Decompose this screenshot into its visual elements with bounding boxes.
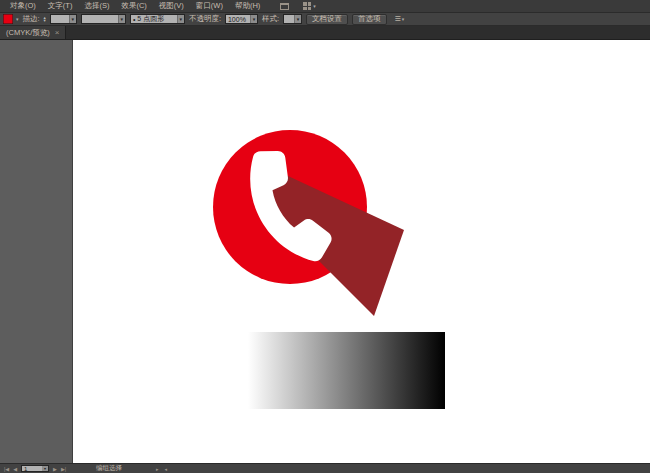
preferences-button[interactable]: 首选项 [352,14,387,25]
window-icon[interactable] [280,3,289,10]
artwork-svg [0,40,650,463]
pasteboard[interactable] [0,40,650,463]
stroke-weight-stepper[interactable]: ▴▾ [44,16,46,23]
prev-artboard-icon[interactable]: ◀ [11,466,19,472]
menu-window[interactable]: 窗口(W) [190,1,229,11]
style-dropdown[interactable]: ▾ [283,14,302,24]
document-tab[interactable]: (CMYK/预览) × [0,26,66,39]
panel-menu-icon[interactable]: ☰▾ [395,15,405,23]
opacity-field[interactable]: 100%▾ [225,14,258,24]
first-artboard-icon[interactable]: |◀ [2,466,11,472]
gradient-bar-shape[interactable] [248,332,445,409]
width-profile-dropdown[interactable]: ▾ [81,14,126,24]
menu-effect[interactable]: 效果(C) [115,1,152,11]
arrange-documents-icon[interactable]: ▾ [303,2,316,10]
control-bar: ▾ 描边: ▴▾ ▾ ▾ • 5 点圆形 ▾ 不透明度: 100%▾ 样式: ▾… [0,12,650,26]
next-artboard-icon[interactable]: ▶ [51,466,59,472]
document-setup-button[interactable]: 文档设置 [306,14,348,25]
tab-bar: (CMYK/预览) × [0,26,650,40]
brush-dropdown[interactable]: • 5 点圆形 ▾ [130,14,185,24]
close-icon[interactable]: × [55,28,60,37]
menu-help[interactable]: 帮助(H) [229,1,266,11]
menu-bar: 对象(O) 文字(T) 选择(S) 效果(C) 视图(V) 窗口(W) 帮助(H… [0,0,650,12]
stroke-label[interactable]: 描边: [23,14,40,24]
style-label[interactable]: 样式: [262,14,279,24]
menu-view[interactable]: 视图(V) [153,1,190,11]
document-tab-title: (CMYK/预览) [6,28,50,38]
menu-select[interactable]: 选择(S) [78,1,115,11]
brush-thumbnail-icon: • [133,16,135,23]
statusbar-splitter-icon[interactable]: ▸◂ [156,466,173,472]
status-bar: |◀ ◀ 1▾ ▶ ▶| 编组选择 ▸◂ [0,463,650,473]
artboard-number-dropdown[interactable]: 1▾ [21,465,49,472]
current-tool-label: 编组选择 [96,464,122,473]
menu-type[interactable]: 文字(T) [42,1,79,11]
brush-name: 5 点圆形 [137,15,164,23]
last-artboard-icon[interactable]: ▶| [59,466,68,472]
menu-object[interactable]: 对象(O) [4,1,42,11]
stroke-weight-field[interactable]: ▾ [50,14,77,24]
fill-color-icon [3,14,13,24]
opacity-label[interactable]: 不透明度: [189,14,221,24]
fill-color-swatch[interactable]: ▾ [3,14,19,24]
